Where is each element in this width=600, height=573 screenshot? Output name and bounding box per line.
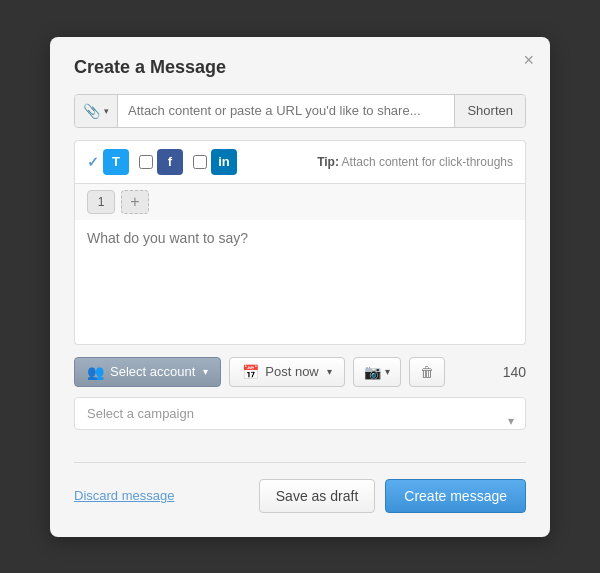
chevron-down-icon: ▾	[104, 106, 109, 116]
modal-title: Create a Message	[74, 57, 526, 78]
camera-icon: 📷	[364, 364, 381, 380]
modal-overlay: × Create a Message 📎 ▾ Shorten ✓ T f in	[0, 0, 600, 573]
discard-button[interactable]: Discard message	[74, 488, 174, 503]
footer-row: Discard message Save as draft Create mes…	[74, 479, 526, 513]
chevron-down-icon: ▾	[327, 366, 332, 377]
attach-button[interactable]: 📎 ▾	[75, 95, 118, 127]
post-now-button[interactable]: 📅 Post now ▾	[229, 357, 344, 387]
shorten-button[interactable]: Shorten	[454, 95, 525, 127]
people-icon: 👥	[87, 364, 104, 380]
post-now-label: Post now	[265, 364, 318, 379]
url-input[interactable]	[118, 95, 454, 127]
char-count: 140	[503, 364, 526, 380]
modal-dialog: × Create a Message 📎 ▾ Shorten ✓ T f in	[50, 37, 550, 537]
tip-label: Tip:	[317, 155, 339, 169]
calendar-icon: 📅	[242, 364, 259, 380]
tip-text: Tip: Attach content for click-throughs	[317, 155, 513, 169]
campaign-wrapper: Select a campaign	[74, 397, 526, 446]
message-area	[74, 220, 526, 345]
facebook-checkbox[interactable]	[139, 155, 153, 169]
account-tabs-row: 1 +	[74, 183, 526, 220]
camera-chevron-icon: ▾	[385, 366, 390, 377]
create-message-button[interactable]: Create message	[385, 479, 526, 513]
linkedin-badge[interactable]: in	[211, 149, 237, 175]
trash-icon: 🗑	[420, 364, 434, 380]
select-account-label: Select account	[110, 364, 195, 379]
twitter-account: ✓ T	[87, 149, 129, 175]
tip-description: Attach content for click-throughs	[342, 155, 513, 169]
footer-actions: Save as draft Create message	[259, 479, 526, 513]
divider	[74, 462, 526, 463]
campaign-select[interactable]: Select a campaign	[74, 397, 526, 430]
close-button[interactable]: ×	[523, 51, 534, 69]
select-account-button[interactable]: 👥 Select account ▾	[74, 357, 221, 387]
url-bar: 📎 ▾ Shorten	[74, 94, 526, 128]
chevron-down-icon: ▾	[203, 366, 208, 377]
toolbar-row: 👥 Select account ▾ 📅 Post now ▾ 📷 ▾ 🗑 14…	[74, 357, 526, 387]
add-account-tab[interactable]: +	[121, 190, 149, 214]
paperclip-icon: 📎	[83, 103, 100, 119]
linkedin-account: in	[193, 149, 237, 175]
facebook-account: f	[139, 149, 183, 175]
twitter-badge[interactable]: T	[103, 149, 129, 175]
account-tab-1[interactable]: 1	[87, 190, 115, 214]
delete-button[interactable]: 🗑	[409, 357, 445, 387]
social-accounts-row: ✓ T f in Tip: Attach content for click-t…	[74, 140, 526, 183]
facebook-badge[interactable]: f	[157, 149, 183, 175]
camera-button[interactable]: 📷 ▾	[353, 357, 401, 387]
message-input[interactable]	[87, 230, 513, 330]
linkedin-checkbox[interactable]	[193, 155, 207, 169]
twitter-check-icon: ✓	[87, 154, 99, 170]
save-draft-button[interactable]: Save as draft	[259, 479, 376, 513]
